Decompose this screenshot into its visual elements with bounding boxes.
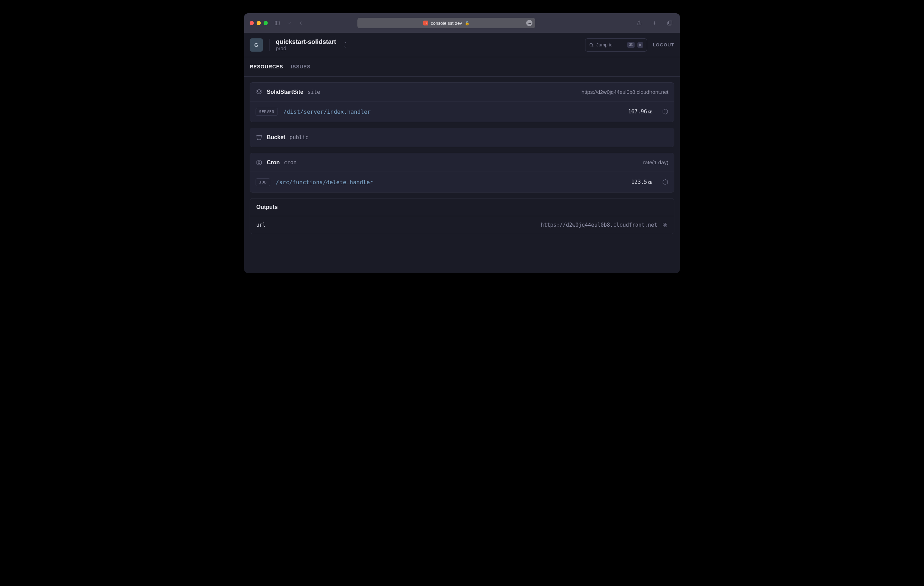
resource-card: SolidStartSite site https://d2w0jq44eul0… [250, 83, 674, 122]
kbd-k: K [637, 42, 644, 48]
handler-path: /src/functions/delete.handler [276, 179, 373, 186]
share-button[interactable] [635, 18, 644, 28]
browser-chrome: S console.sst.dev 🔒 ••• [244, 13, 680, 33]
jump-to-button[interactable]: Jump to ⌘ K [585, 38, 647, 52]
resource-row[interactable]: JOB /src/functions/delete.handler 123.5K… [250, 172, 674, 192]
new-tab-button[interactable] [650, 18, 659, 28]
browser-window: S console.sst.dev 🔒 ••• G quickstart-sol… [244, 13, 680, 273]
chrome-right-controls [635, 18, 674, 28]
traffic-lights [250, 21, 268, 25]
output-key: url [256, 222, 266, 228]
copy-button[interactable] [662, 222, 668, 228]
tab-bar: RESOURCES ISSUES [244, 57, 680, 77]
resource-type: Cron [267, 159, 280, 166]
address-bar[interactable]: S console.sst.dev 🔒 ••• [357, 18, 535, 28]
url-text: console.sst.dev [431, 21, 462, 26]
row-tag: SERVER [256, 108, 278, 116]
selector-chevron-icon[interactable]: ⌃⌄ [344, 43, 347, 48]
jump-to-label: Jump to [597, 42, 613, 48]
bundle-size: 167.96KB [628, 109, 652, 115]
svg-point-11 [258, 162, 260, 163]
stage-name: prod [276, 45, 336, 51]
svg-marker-12 [663, 180, 668, 185]
resource-header[interactable]: SolidStartSite site https://d2w0jq44eul0… [250, 83, 674, 101]
maximize-window-button[interactable] [264, 21, 268, 25]
svg-point-7 [590, 43, 592, 46]
cron-rate: rate(1 day) [643, 159, 668, 165]
project-name: quickstart-solidstart [276, 38, 336, 46]
resource-card: Bucket public [250, 128, 674, 147]
resource-name: cron [284, 159, 296, 166]
bundle-size: 123.5KB [632, 179, 652, 185]
cron-icon [256, 159, 262, 166]
svg-rect-6 [668, 22, 671, 25]
extension-icon[interactable]: ••• [526, 20, 533, 26]
tab-issues[interactable]: ISSUES [291, 57, 310, 76]
minimize-window-button[interactable] [257, 21, 261, 25]
resource-name: site [307, 89, 320, 95]
svg-rect-5 [669, 21, 672, 24]
back-button[interactable] [296, 18, 305, 28]
solidstart-icon [256, 89, 262, 96]
svg-line-8 [592, 46, 593, 47]
lock-icon: 🔒 [465, 21, 470, 25]
resource-name: public [289, 134, 308, 140]
sidebar-toggle-button[interactable] [273, 18, 282, 28]
outputs-title: Outputs [250, 198, 674, 216]
site-favicon-icon: S [423, 21, 428, 25]
svg-marker-9 [663, 109, 668, 114]
kbd-cmd: ⌘ [627, 42, 635, 48]
nodejs-icon [662, 109, 668, 115]
output-value[interactable]: https://d2w0jq44eul0b8.cloudfront.net [541, 222, 657, 228]
outputs-card: Outputs url https://d2w0jq44eul0b8.cloud… [250, 198, 674, 234]
search-icon [589, 43, 594, 48]
handler-path: /dist/server/index.handler [284, 109, 371, 115]
resource-type: SolidStartSite [267, 89, 304, 95]
logout-button[interactable]: LOGOUT [653, 42, 674, 48]
close-window-button[interactable] [250, 21, 254, 25]
app-header: G quickstart-solidstart prod ⌃⌄ Jump to … [244, 33, 680, 57]
content-area: SolidStartSite site https://d2w0jq44eul0… [244, 77, 680, 273]
resource-url[interactable]: https://d2w0jq44eul0b8.cloudfront.net [582, 89, 668, 95]
row-tag: JOB [256, 178, 270, 186]
resource-header[interactable]: Bucket public [250, 128, 674, 147]
output-row: url https://d2w0jq44eul0b8.cloudfront.ne… [250, 216, 674, 234]
resource-card: Cron cron rate(1 day) JOB /src/functions… [250, 153, 674, 193]
tab-resources[interactable]: RESOURCES [250, 57, 283, 76]
avatar[interactable]: G [250, 38, 263, 52]
svg-marker-10 [257, 160, 261, 165]
tab-overview-button[interactable] [665, 18, 674, 28]
bucket-icon [256, 134, 262, 141]
nodejs-icon [662, 179, 668, 185]
project-selector[interactable]: quickstart-solidstart prod [276, 38, 336, 51]
svg-rect-0 [275, 21, 279, 25]
chevron-down-icon[interactable] [287, 18, 292, 28]
resource-row[interactable]: SERVER /dist/server/index.handler 167.96… [250, 101, 674, 122]
resource-type: Bucket [267, 134, 285, 140]
resource-header[interactable]: Cron cron rate(1 day) [250, 153, 674, 172]
